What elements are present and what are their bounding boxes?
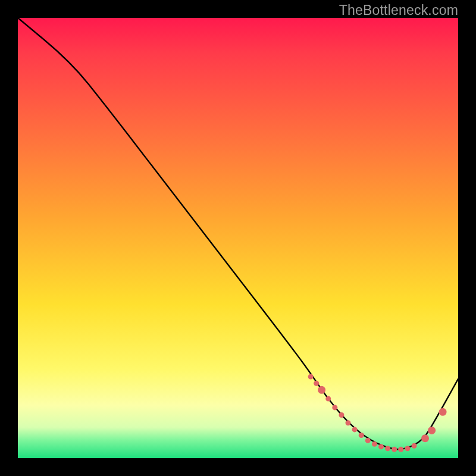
marker-dot: [378, 444, 384, 449]
highlight-points: [308, 374, 447, 452]
plot-svg: [18, 18, 458, 458]
marker-dot: [372, 441, 377, 447]
marker-dot: [308, 374, 314, 380]
marker-dot: [314, 381, 319, 386]
marker-dot: [385, 446, 390, 451]
marker-dot: [405, 446, 410, 451]
marker-dot: [339, 412, 344, 418]
marker-dot: [398, 447, 403, 452]
watermark-text: TheBottleneck.com: [339, 2, 458, 18]
marker-dot: [332, 405, 337, 410]
marker-dot: [392, 447, 397, 452]
marker-dot: [421, 434, 429, 442]
marker-dot: [428, 427, 436, 434]
marker-dot: [412, 443, 417, 449]
chart-frame: TheBottleneck.com: [0, 0, 476, 476]
marker-dot: [352, 427, 358, 432]
marker-dot: [325, 396, 331, 402]
marker-dot: [439, 408, 447, 416]
marker-dot: [365, 438, 371, 443]
marker-dot: [359, 433, 364, 438]
plot-area: [18, 18, 458, 458]
bottleneck-curve: [18, 18, 458, 449]
marker-dot: [346, 420, 351, 425]
marker-dot: [318, 386, 325, 394]
